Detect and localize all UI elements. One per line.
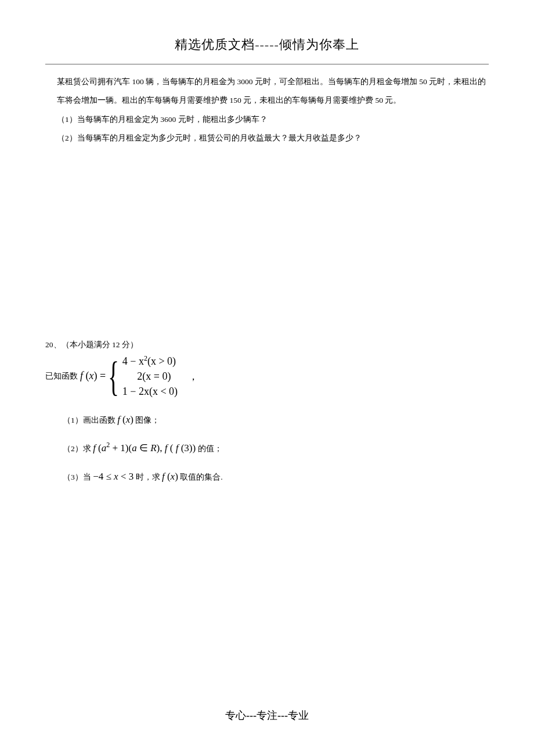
q20-fx-lhs: f (x) =: [80, 370, 106, 382]
q20-case-3: 1 − 2x(x < 0): [122, 384, 178, 399]
document-page: 精选优质文档-----倾情为你奉上 某租赁公司拥有汽车 100 辆，当每辆车的月…: [0, 0, 534, 507]
q20-case-1: 4 − x2(x > 0): [122, 354, 178, 369]
q20-case-2: 2(x = 0): [122, 369, 178, 384]
left-brace-icon: {: [108, 355, 119, 397]
q20-sub2: （2）求 f (a2 + 1)(a ∈ R), f ( f (3)) 的值；: [63, 440, 489, 456]
q20-sub3: （3）当 −4 ≤ x < 3 时，求 f (x) 取值的集合.: [63, 469, 489, 484]
math-fx-2: f (x): [162, 471, 178, 482]
q19-sub2: （2）当每辆车的月租金定为多少元时，租赁公司的月收益最大？最大月收益是多少？: [57, 129, 489, 147]
q19-sub1: （1）当每辆车的月租金定为 3600 元时，能租出多少辆车？: [57, 110, 489, 129]
header-dashes: -----: [255, 37, 279, 52]
header-rule: [45, 64, 489, 64]
q19-line1: 某租赁公司拥有汽车 100 辆，当每辆车的月租金为 3000 元时，可全部租出。…: [57, 73, 489, 91]
math-range: −4 ≤ x < 3: [93, 471, 134, 482]
q20-cases: 4 − x2(x > 0) 2(x = 0) 1 − 2x(x < 0): [122, 354, 178, 399]
page-header: 精选优质文档-----倾情为你奉上: [45, 36, 489, 53]
q20-prefix: 已知函数: [45, 371, 78, 381]
header-right: 倾情为你奉上: [279, 37, 359, 52]
math-fx: f (x): [117, 414, 134, 425]
q20-sub1: （1）画出函数 f (x) 图像；: [63, 412, 489, 427]
page-footer: 专心---专注---专业: [0, 708, 534, 722]
q19-line2: 车将会增加一辆。租出的车每辆每月需要维护费 150 元，未租出的车每辆每月需要维…: [57, 91, 489, 110]
question-20-function-def: 已知函数 f (x) = { 4 − x2(x > 0) 2(x = 0) 1 …: [45, 354, 489, 399]
math-expr-2: f (a2 + 1)(a ∈ R), f ( f (3)): [93, 442, 198, 453]
question-19: 某租赁公司拥有汽车 100 辆，当每辆车的月租金为 3000 元时，可全部租出。…: [57, 73, 489, 148]
header-left: 精选优质文档: [175, 37, 255, 52]
q20-piecewise: { 4 − x2(x > 0) 2(x = 0) 1 − 2x(x < 0): [108, 354, 178, 399]
q20-trailing-comma: ，: [188, 369, 199, 383]
question-20-intro: 20、（本小题满分 12 分）: [45, 340, 489, 350]
